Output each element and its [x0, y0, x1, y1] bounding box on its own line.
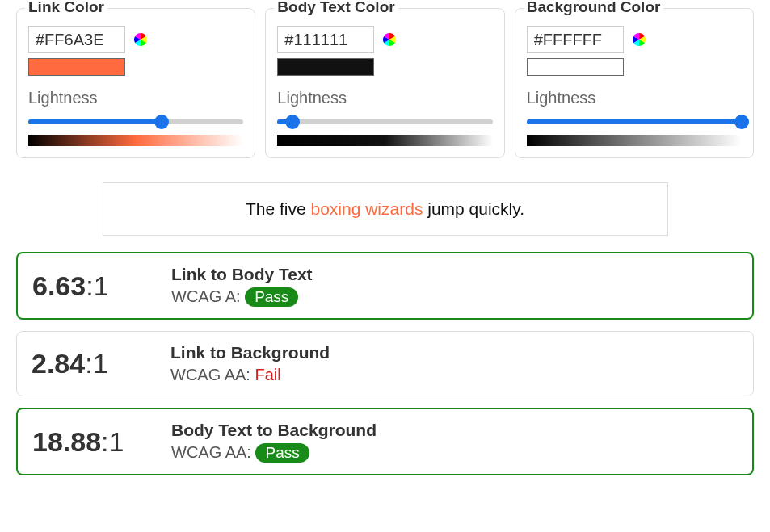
lightness-label: Lightness: [277, 89, 492, 107]
result-title: Body Text to Background: [171, 421, 738, 440]
bg-color-card: Background Color Lightness: [515, 8, 754, 158]
wcag-line: WCAG AA: Fail: [170, 366, 738, 384]
contrast-result-card: 18.88:1Body Text to BackgroundWCAG AA: P…: [16, 408, 754, 475]
color-picker-icon[interactable]: [133, 32, 148, 47]
link-hex-input[interactable]: [28, 26, 125, 53]
result-title: Link to Body Text: [171, 265, 738, 284]
lightness-label: Lightness: [527, 89, 742, 107]
contrast-result-card: 2.84:1Link to BackgroundWCAG AA: Fail: [16, 331, 754, 396]
wcag-line: WCAG AA: Pass: [171, 443, 738, 463]
preview-link-text: boxing wizards: [310, 199, 423, 218]
contrast-ratio: 2.84:1: [32, 348, 153, 379]
color-picker-row: Link Color Lightness Body Text Color Lig…: [16, 8, 754, 158]
body-color-title: Body Text Color: [274, 0, 398, 16]
preview-text-before: The five: [246, 199, 311, 218]
link-color-title: Link Color: [25, 0, 107, 16]
contrast-result-card: 6.63:1Link to Body TextWCAG A: Pass: [16, 252, 754, 320]
wcag-label: WCAG AA:: [171, 443, 255, 461]
status-badge: Pass: [245, 287, 298, 307]
color-picker-icon[interactable]: [632, 32, 646, 47]
status-badge: Pass: [255, 443, 309, 463]
wcag-label: WCAG A:: [171, 287, 245, 305]
bg-color-title: Background Color: [524, 0, 664, 16]
preview-text-box: The five boxing wizards jump quickly.: [103, 182, 668, 236]
results-list: 6.63:1Link to Body TextWCAG A: Pass2.84:…: [16, 252, 754, 475]
bg-lightness-slider[interactable]: [527, 114, 742, 130]
bg-gradient-bar: [527, 135, 742, 146]
link-color-card: Link Color Lightness: [16, 8, 255, 158]
wcag-label: WCAG AA:: [170, 366, 255, 383]
link-lightness-slider[interactable]: [28, 114, 243, 130]
color-picker-icon[interactable]: [382, 32, 397, 47]
link-swatch: [28, 58, 125, 76]
preview-text-after: jump quickly.: [423, 199, 524, 218]
lightness-label: Lightness: [28, 89, 243, 107]
body-color-card: Body Text Color Lightness: [265, 8, 504, 158]
status-text: Fail: [255, 366, 280, 383]
body-hex-input[interactable]: [277, 26, 374, 53]
link-gradient-bar: [28, 135, 243, 146]
body-gradient-bar: [277, 135, 492, 146]
bg-swatch: [527, 58, 624, 76]
wcag-line: WCAG A: Pass: [171, 287, 738, 307]
result-title: Link to Background: [170, 343, 738, 362]
body-lightness-slider[interactable]: [277, 114, 492, 130]
contrast-ratio: 18.88:1: [32, 426, 154, 458]
contrast-ratio: 6.63:1: [32, 270, 154, 302]
bg-hex-input[interactable]: [527, 26, 624, 53]
body-swatch: [277, 58, 374, 76]
